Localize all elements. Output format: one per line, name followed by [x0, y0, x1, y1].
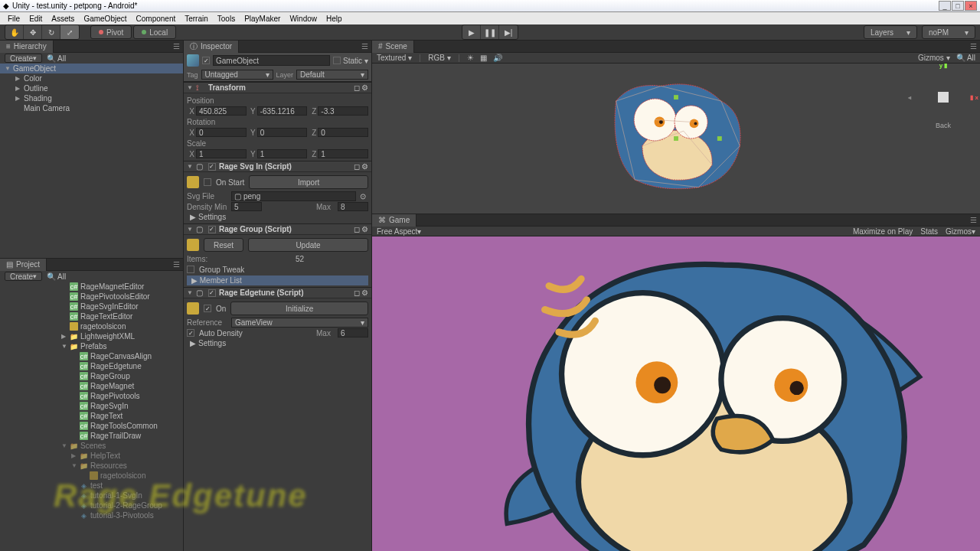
panel-menu-icon[interactable]: ☰ [173, 260, 180, 269]
update-button[interactable]: Update [248, 238, 368, 252]
move-tool[interactable]: ✥ [24, 25, 42, 39]
fx-icon[interactable]: ▦ [480, 54, 487, 62]
grouptweak-checkbox[interactable] [187, 266, 194, 273]
svgin-settings-foldout[interactable]: ▶Settings [187, 212, 368, 222]
project-item[interactable]: ragetoolsicon [0, 471, 183, 481]
menu-file[interactable]: File [3, 15, 24, 23]
project-item[interactable]: c#RageMagnet [0, 381, 183, 391]
step-button[interactable]: ▶| [499, 25, 518, 39]
import-button[interactable]: Import [249, 175, 368, 189]
hierarchy-create-button[interactable]: Create ▾ [5, 54, 42, 63]
project-item[interactable]: ragetoolsicon [0, 321, 183, 331]
gameobject-active-checkbox[interactable] [202, 57, 210, 64]
autodensity-checkbox[interactable] [187, 329, 194, 337]
gameobject-name-field[interactable]: GameObject [213, 55, 330, 66]
component-enabled-checkbox[interactable] [208, 289, 216, 297]
project-item[interactable]: c#RageToolsCommon [0, 421, 183, 431]
initialize-button[interactable]: Initialize [230, 302, 368, 315]
scale-z-field[interactable]: 1 [318, 149, 368, 158]
menu-component[interactable]: Component [132, 15, 181, 23]
scale-y-field[interactable]: 1 [257, 149, 308, 158]
project-item[interactable]: ◈tutorial-3-Pivotools [0, 510, 183, 520]
project-item[interactable]: ▼📁Prefabs [0, 341, 183, 351]
density-max-field[interactable]: 8 [338, 202, 368, 211]
project-item[interactable]: ◈test [0, 481, 183, 491]
project-item[interactable]: c#RagePivotoolsEditor [0, 292, 183, 302]
rotation-y-field[interactable]: 0 [257, 128, 308, 137]
menu-terrain[interactable]: Terrain [180, 15, 213, 23]
gear-icon[interactable]: ⚙ [361, 289, 368, 297]
position-z-field[interactable]: -3.3 [318, 106, 368, 116]
menu-help[interactable]: Help [322, 15, 347, 23]
project-item[interactable]: c#RageSvgIn [0, 401, 183, 411]
panel-menu-icon[interactable]: ☰ [361, 42, 368, 51]
menu-tools[interactable]: Tools [213, 15, 240, 23]
layout-dropdown[interactable]: noPM▾ [922, 25, 975, 39]
scale-tool[interactable]: ⤢ [60, 25, 79, 39]
pause-button[interactable]: ❚❚ [481, 25, 499, 39]
on-checkbox[interactable] [204, 305, 211, 312]
position-y-field[interactable]: -635.1216 [257, 106, 308, 116]
project-item[interactable]: ◈tutorial-1-SvgIn [0, 491, 183, 500]
draw-mode-dropdown[interactable]: Textured▾ [377, 54, 412, 62]
static-checkbox[interactable] [333, 57, 341, 64]
gear-icon[interactable]: ⚙ [361, 83, 368, 92]
play-button[interactable]: ▶ [462, 25, 481, 39]
project-item[interactable]: c#RageEdgetune [0, 361, 183, 371]
rotation-z-field[interactable]: 0 [318, 128, 368, 137]
project-create-button[interactable]: Create ▾ [5, 272, 42, 281]
project-search[interactable]: 🔍All [47, 272, 66, 281]
layers-dropdown[interactable]: Layers▾ [864, 25, 917, 39]
project-item[interactable]: c#RageCanvasAlign [0, 351, 183, 361]
project-item[interactable]: c#RageSvgInEditor [0, 302, 183, 311]
component-enabled-checkbox[interactable] [208, 163, 216, 171]
menu-playmaker[interactable]: PlayMaker [240, 15, 285, 23]
svgfile-field[interactable]: ▢peng [231, 191, 356, 201]
close-button[interactable]: × [965, 1, 977, 11]
restore-button[interactable]: □ [952, 1, 964, 11]
hierarchy-item[interactable]: ▶Outline [0, 83, 183, 93]
rotate-tool[interactable]: ↻ [42, 25, 60, 39]
project-item[interactable]: ▶📁HelpText [0, 451, 183, 461]
inspector-tab[interactable]: ⓘInspector [184, 41, 239, 53]
gameobject-icon[interactable] [187, 54, 199, 67]
project-item[interactable]: c#RageText [0, 411, 183, 421]
hierarchy-search[interactable]: 🔍All [47, 54, 66, 63]
scene-search[interactable]: 🔍All [956, 54, 975, 62]
project-item[interactable]: c#RageTextEditor [0, 311, 183, 321]
panel-menu-icon[interactable]: ☰ [173, 42, 180, 51]
render-mode-dropdown[interactable]: RGB▾ [428, 54, 451, 62]
rageedgetune-header[interactable]: ▼▢ Rage Edgetune (Script) ◻⚙ [184, 287, 371, 298]
aspect-dropdown[interactable]: Free Aspect▾ [377, 227, 421, 236]
tag-dropdown[interactable]: Untagged▾ [201, 70, 273, 80]
position-x-field[interactable]: 450.825 [196, 106, 247, 116]
orientation-gizmo[interactable]: y ▮ ▮ x ◂ Back [920, 74, 966, 120]
hierarchy-item[interactable]: ▶Color [0, 73, 183, 83]
game-gizmos-dropdown[interactable]: Gizmos▾ [946, 227, 975, 236]
light-icon[interactable]: ☀ [467, 54, 474, 62]
help-icon[interactable]: ◻ [354, 225, 360, 233]
hand-tool[interactable]: ✋ [5, 25, 24, 39]
scale-x-field[interactable]: 1 [196, 149, 247, 158]
game-view[interactable] [372, 236, 980, 551]
game-tab[interactable]: ⌘Game [372, 214, 416, 227]
project-item[interactable]: ▼📁Scenes [0, 441, 183, 451]
hierarchy-item[interactable]: ▶Shading [0, 93, 183, 103]
menu-edit[interactable]: Edit [24, 15, 47, 23]
hierarchy-tab[interactable]: ≡Hierarchy [0, 41, 54, 53]
hierarchy-item[interactable]: Main Camera [0, 103, 183, 113]
maximize-toggle[interactable]: Maximize on Play [853, 227, 913, 236]
project-item[interactable]: ▶📁LightweightXML [0, 331, 183, 341]
memberlist-foldout[interactable]: ▶ Member List [187, 276, 368, 285]
transform-header[interactable]: ▼⟟ Transform ◻⚙ [184, 82, 371, 93]
panel-menu-icon[interactable]: ☰ [970, 42, 977, 51]
menu-window[interactable]: Window [285, 15, 322, 23]
stats-toggle[interactable]: Stats [920, 227, 938, 236]
minimize-button[interactable]: _ [939, 1, 951, 11]
help-icon[interactable]: ◻ [354, 162, 360, 171]
density-min-field[interactable]: 5 [231, 202, 262, 211]
rotation-x-field[interactable]: 0 [196, 128, 247, 137]
help-icon[interactable]: ◻ [354, 83, 360, 92]
project-item[interactable]: c#RageGroup [0, 371, 183, 381]
menu-assets[interactable]: Assets [47, 15, 79, 23]
